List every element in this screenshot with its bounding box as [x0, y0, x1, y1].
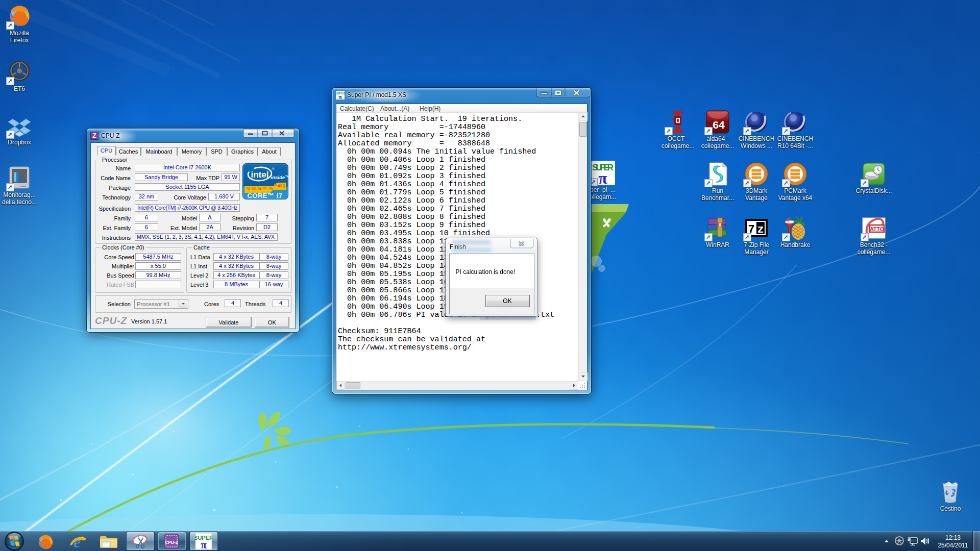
- svg-text:CORE™ i7: CORE™ i7: [247, 192, 282, 199]
- svg-text:π: π: [598, 169, 607, 185]
- svg-text:intel: intel: [251, 170, 269, 180]
- svg-text:®: ®: [272, 167, 275, 170]
- svg-text:ATTO: ATTO: [870, 226, 884, 232]
- svg-text:π: π: [201, 539, 207, 550]
- svg-text:z: z: [757, 223, 764, 236]
- svg-text:intel: intel: [20, 185, 26, 188]
- svg-text:CPU-Z: CPU-Z: [165, 540, 178, 545]
- svg-text:e: e: [74, 534, 81, 550]
- svg-text:inside™: inside™: [271, 174, 288, 180]
- svg-text:64: 64: [713, 119, 725, 131]
